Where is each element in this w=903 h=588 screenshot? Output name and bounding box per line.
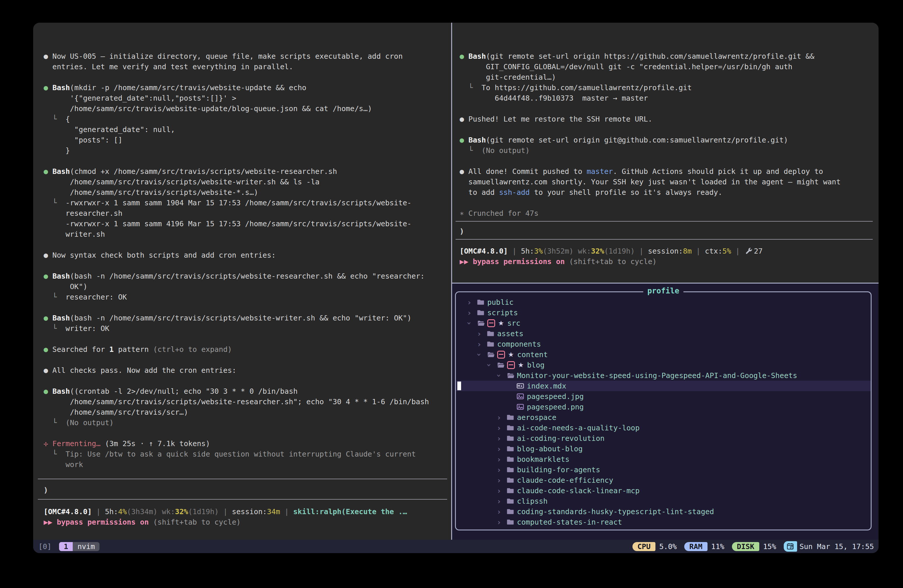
terminal-line	[44, 156, 429, 166]
terminal-line: └ (No output)	[44, 418, 429, 428]
terminal-line: work	[44, 459, 429, 470]
folder-icon	[507, 508, 517, 515]
chevron-right-icon[interactable]: ›	[497, 497, 507, 506]
terminal-line: ∗ Crunched for 47s	[459, 208, 840, 219]
terminal-line: "generated_date": null,	[44, 124, 429, 135]
chevron-down-icon[interactable]: ›	[487, 361, 497, 369]
tree-item-ai-coding-revolution[interactable]: ›ai-coding-revolution	[456, 433, 871, 443]
tree-item-label: pagespeed.png	[527, 403, 584, 411]
separator-line	[38, 499, 447, 500]
tree-item-label: src	[507, 319, 521, 327]
terminal-line: ● All checks pass. Now add the cron entr…	[44, 365, 429, 376]
tree-item-Monitor-your-website-speed-using-Pagespeed-API-and-Google-Sheets[interactable]: ›Monitor-your-website-speed-using-Pagesp…	[456, 370, 871, 380]
nvim-pane[interactable]: profile ›public›scripts›★src›assets›comp…	[452, 283, 879, 540]
star-icon: ★	[518, 361, 524, 369]
tmux-pane-claude-right[interactable]: ● Bash(git remote set-url origin https:/…	[452, 23, 879, 540]
terminal-line: ● Now syntax check both scripts and add …	[44, 250, 429, 261]
terminal-line	[459, 104, 840, 114]
folder-icon	[507, 466, 517, 473]
tree-item-src[interactable]: ›★src	[456, 318, 871, 328]
folder-icon	[507, 487, 517, 494]
terminal-line	[44, 334, 429, 344]
separator-line	[456, 239, 873, 240]
tree-item-building-for-agents[interactable]: ›building-for-agents	[456, 464, 871, 475]
star-icon: ★	[498, 319, 504, 327]
chevron-right-icon[interactable]: ›	[467, 298, 477, 307]
chevron-down-icon[interactable]: ›	[497, 371, 507, 380]
terminal-line: entries. Let me verify and test everythi…	[44, 62, 429, 72]
chevron-right-icon[interactable]: ›	[497, 444, 507, 453]
terminal-line	[44, 302, 429, 313]
tree-item-clipssh[interactable]: ›clipssh	[456, 496, 871, 506]
tmux-pane-claude-left[interactable]: ● Now US-005 — initialize directory, que…	[33, 23, 451, 540]
folder-open-icon	[487, 351, 497, 358]
image-file-icon	[516, 403, 527, 410]
terminal-line: └ researcher: OK	[44, 292, 429, 302]
terminal-line: ● Now US-005 — initialize directory, que…	[44, 51, 429, 62]
git-modified-icon	[507, 361, 515, 369]
git-modified-icon	[487, 319, 495, 327]
tmux-window-name[interactable]: nvim	[73, 542, 99, 551]
disk-value: 15%	[759, 542, 778, 551]
chevron-right-icon[interactable]: ›	[497, 486, 507, 495]
chevron-down-icon[interactable]: ›	[467, 319, 477, 328]
tree-item-computed-states-in-react[interactable]: ›computed-states-in-react	[456, 517, 871, 527]
chevron-right-icon[interactable]: ›	[497, 434, 507, 443]
tmux-window-index[interactable]: 1	[59, 542, 73, 551]
terminal-line: ● Bash(chmod +x /home/samm/src/travis/sc…	[44, 166, 429, 177]
tree-item-pagespeed.jpg[interactable]: pagespeed.jpg	[456, 391, 871, 402]
tree-item-bookmarklets[interactable]: ›bookmarklets	[456, 454, 871, 464]
tree-item-label: content	[517, 351, 548, 359]
terminal-line	[459, 156, 840, 166]
tree-item-label: blog-about-blog	[517, 445, 583, 453]
datetime: Sun Mar 15, 17:55	[799, 542, 874, 551]
calendar-icon	[784, 541, 797, 552]
tree-item-blog[interactable]: ›★blog	[456, 360, 871, 370]
chevron-right-icon[interactable]: ›	[467, 308, 477, 317]
cpu-value: 5.0%	[655, 542, 678, 551]
terminal-line	[459, 198, 840, 208]
folder-icon	[507, 413, 517, 421]
tree-item-aerospace[interactable]: ›aerospace	[456, 412, 871, 423]
terminal-line	[44, 376, 429, 386]
folder-icon	[507, 497, 517, 505]
terminal-line: /home/samm/src/travis/scripts/website-wr…	[44, 177, 429, 187]
tree-item-components[interactable]: ›components	[456, 339, 871, 349]
chevron-right-icon[interactable]: ›	[497, 455, 507, 464]
terminal-line: ▶▶ bypass permissions on (shift+tab to c…	[459, 256, 763, 267]
tree-item-label: pagespeed.jpg	[527, 392, 584, 401]
tree-item-scripts[interactable]: ›scripts	[456, 307, 871, 318]
chevron-right-icon[interactable]: ›	[497, 507, 507, 516]
tree-item-coding-standards-husky-typescript-lint-staged[interactable]: ›coding-standards-husky-typescript-lint-…	[456, 506, 871, 517]
tree-item-public[interactable]: ›public	[456, 297, 871, 307]
tree-item-index.mdx[interactable]: index.mdx	[456, 380, 871, 391]
tree-item-ai-code-needs-a-quality-loop[interactable]: ›ai-code-needs-a-quality-loop	[456, 423, 871, 433]
terminal-line: ● Bash(git remote set-url origin git@git…	[459, 135, 840, 145]
tree-item-claude-code-efficiency[interactable]: ›claude-code-efficiency	[456, 475, 871, 485]
claude-transcript-left: ● Now US-005 — initialize directory, que…	[44, 51, 429, 470]
tree-item-label: ai-code-needs-a-quality-loop	[517, 424, 639, 432]
chevron-right-icon[interactable]: ›	[477, 340, 487, 349]
folder-icon	[507, 424, 517, 432]
chevron-right-icon[interactable]: ›	[497, 476, 507, 485]
chevron-down-icon[interactable]: ›	[477, 350, 487, 359]
tree-item-claude-code-slack-linear-mcp[interactable]: ›claude-code-slack-linear-mcp	[456, 485, 871, 496]
chevron-right-icon[interactable]: ›	[477, 329, 487, 338]
chevron-right-icon[interactable]: ›	[497, 423, 507, 432]
chevron-right-icon[interactable]: ›	[497, 413, 507, 422]
claude-prompt-input-right[interactable]: )	[459, 226, 464, 237]
chevron-right-icon[interactable]: ›	[497, 517, 507, 527]
tree-item-content[interactable]: ›★content	[456, 349, 871, 360]
terminal-line: writer.sh	[44, 229, 429, 240]
tree-item-label: claude-code-slack-linear-mcp	[517, 486, 639, 495]
chevron-right-icon[interactable]: ›	[497, 465, 507, 474]
tree-item-pagespeed.png[interactable]: pagespeed.png	[456, 402, 871, 412]
tree-item-blog-about-blog[interactable]: ›blog-about-blog	[456, 443, 871, 454]
terminal-line: '{"generated_date":null,"posts":[]}' >	[44, 93, 429, 104]
terminal-line: OK")	[44, 281, 429, 292]
terminal-line: to add ssh-add to your shell profile so …	[459, 187, 840, 198]
claude-prompt-input-left[interactable]: )	[44, 485, 48, 495]
tree-item-assets[interactable]: ›assets	[456, 328, 871, 339]
tree-item-label: computed-states-in-react	[517, 518, 622, 526]
terminal-line: └ -rwxrwxr-x 1 samm samm 1904 Mar 15 17:…	[44, 198, 429, 208]
